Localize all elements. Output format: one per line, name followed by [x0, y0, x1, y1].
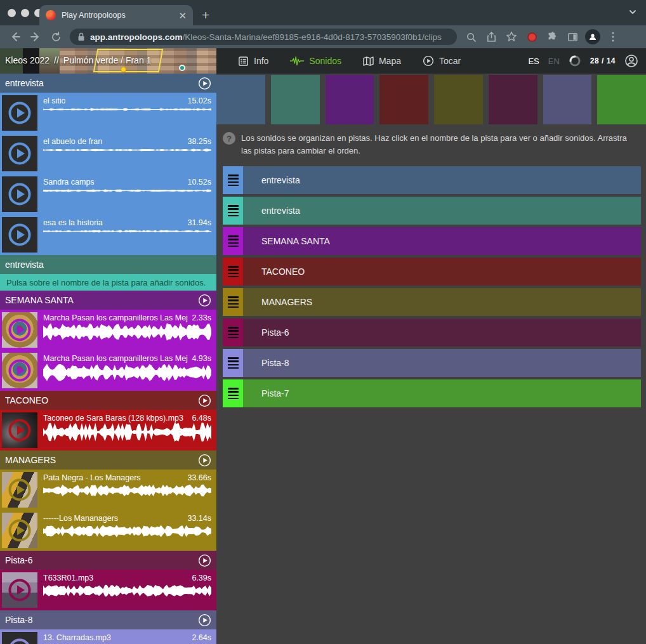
clip-thumbnail[interactable]: [2, 176, 37, 212]
extensions-puzzle-icon[interactable]: [543, 28, 561, 46]
nav-sonidos[interactable]: Sonidos: [290, 56, 341, 66]
forward-icon[interactable]: [27, 28, 44, 46]
track-row[interactable]: entrevista: [223, 197, 641, 225]
close-window-button[interactable]: [8, 9, 16, 17]
track-play-icon[interactable]: [198, 394, 211, 407]
clip-thumbnail[interactable]: [2, 217, 37, 253]
clip-item[interactable]: el abuelo de fran 38.25s: [0, 133, 216, 174]
track-row[interactable]: MANAGERS: [223, 288, 641, 316]
track-row[interactable]: Pista-7: [223, 379, 641, 407]
sidebar-track-header[interactable]: MANAGERS: [0, 450, 216, 470]
track-color-swatch[interactable]: [597, 75, 646, 124]
drag-handle-icon[interactable]: [223, 227, 243, 255]
track-row-name[interactable]: entrevista: [243, 197, 641, 225]
url-bar[interactable]: app.antropoloops.com/Kleos-Santa-Marina/…: [70, 29, 457, 45]
bookmark-star-icon[interactable]: [503, 28, 520, 46]
track-row-name[interactable]: Pista-7: [243, 379, 641, 407]
sidebar-track-header[interactable]: Pista-6: [0, 551, 216, 570]
tab-close-icon[interactable]: ✕: [178, 11, 187, 20]
side-panel-icon[interactable]: [564, 28, 581, 46]
track-play-icon[interactable]: [198, 554, 211, 567]
play-circle-icon[interactable]: [8, 418, 32, 442]
share-icon[interactable]: [482, 28, 500, 46]
browser-menu-kebab-icon[interactable]: [604, 28, 622, 46]
clip-item[interactable]: ------Los Mananagers 33.14s: [0, 510, 216, 551]
sidebar-track-header[interactable]: entrevista: [0, 255, 216, 274]
nav-mapa[interactable]: Mapa: [363, 56, 401, 66]
track-color-swatch[interactable]: [379, 75, 428, 124]
track-play-icon[interactable]: [198, 294, 211, 307]
track-row-name[interactable]: Pista-8: [243, 349, 641, 377]
drag-handle-icon[interactable]: [223, 166, 243, 194]
track-play-icon[interactable]: [198, 454, 211, 467]
project-banner[interactable]: Kleos 2022//Pulmón verde / Fran 1: [0, 48, 216, 74]
zoom-icon[interactable]: [462, 28, 480, 46]
browser-tab[interactable]: Play Antropoloops ✕: [39, 5, 193, 25]
track-row[interactable]: Pista-8: [223, 349, 641, 377]
window-controls[interactable]: [8, 9, 43, 17]
clip-thumbnail[interactable]: [2, 472, 37, 508]
play-circle-icon[interactable]: [8, 223, 32, 247]
lang-es-button[interactable]: ES: [528, 56, 539, 66]
track-color-swatch[interactable]: [216, 75, 265, 124]
clip-thumbnail[interactable]: [2, 312, 37, 348]
track-row[interactable]: TACONEO: [223, 258, 641, 286]
track-row-name[interactable]: MANAGERS: [243, 288, 641, 316]
tab-search-chevron-icon[interactable]: [628, 8, 637, 16]
track-row[interactable]: entrevista: [223, 166, 641, 194]
clip-thumbnail[interactable]: [2, 95, 37, 131]
track-row-name[interactable]: SEMANA SANTA: [243, 227, 641, 255]
drag-handle-icon[interactable]: [223, 319, 243, 346]
play-circle-icon[interactable]: [8, 101, 32, 125]
clip-item[interactable]: el sitio 15.02s: [0, 93, 216, 133]
clip-thumbnail[interactable]: [2, 572, 37, 608]
clip-thumbnail[interactable]: [2, 136, 37, 171]
track-row[interactable]: SEMANA SANTA: [223, 227, 641, 255]
track-play-icon[interactable]: [198, 614, 211, 627]
back-icon[interactable]: [6, 28, 24, 46]
clip-item[interactable]: Pata Negra - Los Managers 33.66s: [0, 470, 216, 510]
account-circle-icon[interactable]: [624, 54, 638, 68]
track-color-swatch[interactable]: [543, 75, 592, 124]
clip-item[interactable]: esa es la historia 31.94s: [0, 214, 216, 255]
minimize-window-button[interactable]: [21, 9, 29, 17]
sidebar-track-header[interactable]: SEMANA SANTA: [0, 291, 216, 310]
track-color-swatch[interactable]: [434, 75, 483, 124]
drag-handle-icon[interactable]: [223, 197, 243, 225]
clip-item[interactable]: Sandra camps 10.52s: [0, 174, 216, 214]
play-circle-icon[interactable]: [8, 578, 32, 602]
reload-icon[interactable]: [47, 28, 65, 46]
track-play-icon[interactable]: [198, 77, 211, 90]
new-tab-button[interactable]: +: [202, 8, 209, 22]
drag-handle-icon[interactable]: [223, 349, 243, 377]
play-circle-icon[interactable]: [8, 318, 32, 342]
play-circle-icon[interactable]: [8, 358, 32, 383]
sidebar-track-header[interactable]: entrevista: [0, 74, 216, 93]
nav-tocar[interactable]: Tocar: [423, 55, 461, 67]
play-circle-icon[interactable]: [8, 141, 32, 166]
clip-thumbnail[interactable]: [2, 513, 37, 548]
sidebar-track-header[interactable]: Pista-8: [0, 610, 216, 629]
lang-en-button[interactable]: EN: [548, 56, 560, 66]
record-indicator-icon[interactable]: [523, 28, 541, 46]
clip-item[interactable]: T633R01.mp3 6.39s: [0, 570, 216, 610]
profile-avatar[interactable]: [584, 28, 602, 46]
drag-handle-icon[interactable]: [223, 288, 243, 316]
drag-handle-icon[interactable]: [223, 379, 243, 407]
track-row-name[interactable]: entrevista: [243, 166, 641, 194]
clip-thumbnail[interactable]: [2, 412, 37, 448]
clip-thumbnail[interactable]: [2, 353, 37, 388]
clip-item[interactable]: Taconeo de Sara Baras (128 kbps).mp3 6.4…: [0, 410, 216, 450]
track-row[interactable]: Pista-6: [223, 319, 641, 346]
play-circle-icon[interactable]: [8, 638, 32, 644]
track-color-swatch[interactable]: [489, 75, 537, 124]
drag-handle-icon[interactable]: [223, 258, 243, 286]
play-circle-icon[interactable]: [8, 182, 32, 206]
clip-item[interactable]: Marcha Pasan los campanilleros Las Mejor…: [0, 310, 216, 350]
track-color-swatch[interactable]: [326, 75, 374, 124]
clip-item[interactable]: Marcha Pasan los campanilleros Las Mejor…: [0, 350, 216, 391]
clip-thumbnail[interactable]: [2, 632, 37, 644]
nav-info[interactable]: Info: [238, 56, 268, 67]
track-row-name[interactable]: Pista-6: [243, 319, 641, 346]
play-circle-icon[interactable]: [8, 518, 32, 542]
